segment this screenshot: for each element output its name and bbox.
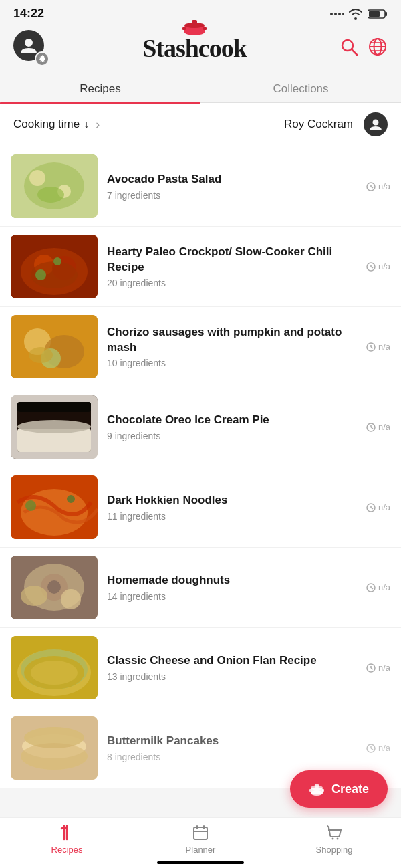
language-button[interactable] — [368, 37, 388, 60]
recipe-thumbnail — [11, 235, 98, 298]
svg-rect-6 — [369, 11, 380, 17]
recipe-item[interactable]: Homemade doughnuts 14 ingredients n/a — [0, 548, 401, 628]
recipe-info: Hearty Paleo Crockpot/ Slow-Cooker Chili… — [107, 245, 357, 289]
svg-point-53 — [17, 420, 91, 433]
tab-recipes[interactable]: Recipes — [0, 74, 200, 102]
doughnuts-thumb — [11, 556, 98, 619]
bottom-nav: Recipes Planner Shopping — [0, 817, 401, 868]
recipe-time: n/a — [366, 663, 390, 673]
svg-point-1 — [334, 13, 337, 15]
svg-point-85 — [21, 743, 88, 770]
dots-icon — [330, 10, 344, 18]
planner-nav-icon — [191, 823, 210, 842]
icecream-thumb — [11, 395, 98, 459]
svg-point-101 — [332, 838, 334, 840]
svg-line-16 — [352, 50, 358, 56]
svg-point-15 — [342, 40, 353, 51]
svg-line-40 — [371, 267, 373, 268]
recipe-item[interactable]: Chorizo sausages with pumpkin and potato… — [0, 307, 401, 387]
create-pot-icon — [309, 781, 325, 797]
recipe-item[interactable]: Classic Cheese and Onion Flan Recipe 13 … — [0, 628, 401, 708]
recipe-ingredients: 20 ingredients — [107, 278, 357, 288]
svg-line-48 — [371, 347, 373, 348]
recipe-thumbnail — [11, 315, 98, 378]
flan-thumb — [11, 636, 98, 699]
recipe-info: Buttermilk Pancakes 8 ingredients — [107, 734, 357, 762]
recipe-thumbnail — [11, 556, 98, 619]
svg-point-22 — [373, 120, 379, 126]
search-icon — [340, 37, 358, 56]
svg-point-7 — [25, 39, 33, 47]
recipe-info: Chocolate Oreo Ice Cream Pie 9 ingredien… — [107, 413, 357, 441]
svg-line-30 — [371, 187, 373, 188]
recipe-item[interactable]: Avocado Pasta Salad 7 ingredients n/a — [0, 146, 401, 227]
recipe-thumbnail — [11, 636, 98, 699]
gear-icon — [38, 55, 47, 64]
recipe-title: Homemade doughnuts — [107, 573, 357, 588]
recipe-thumbnail — [11, 154, 98, 218]
user-filter-label[interactable]: Roy Cockram — [284, 118, 353, 131]
svg-point-77 — [31, 661, 78, 685]
recipe-ingredients: 13 ingredients — [107, 671, 357, 682]
svg-point-27 — [37, 187, 64, 203]
recipe-time: n/a — [366, 502, 390, 512]
svg-rect-93 — [309, 789, 311, 792]
nav-shopping-label: Shopping — [316, 845, 353, 855]
pancakes-thumb — [11, 716, 98, 780]
recipe-time: n/a — [366, 743, 390, 753]
svg-rect-92 — [315, 784, 319, 788]
svg-point-60 — [67, 495, 75, 503]
recipe-time: n/a — [366, 181, 390, 191]
tab-collections[interactable]: Collections — [200, 74, 401, 102]
logo: Stashcook — [49, 33, 340, 63]
recipe-info: Dark Hokkien Noodles 11 ingredients — [107, 493, 357, 522]
svg-line-80 — [371, 668, 373, 669]
clock-icon — [366, 503, 376, 512]
user-filter-avatar[interactable] — [364, 112, 388, 136]
recipe-info: Avocado Pasta Salad 7 ingredients — [107, 172, 357, 201]
recipe-list: Avocado Pasta Salad 7 ingredients n/a — [0, 146, 401, 788]
avocado-pasta-thumb — [11, 154, 98, 218]
recipe-title: Classic Cheese and Onion Flan Recipe — [107, 653, 357, 669]
svg-point-69 — [21, 586, 47, 606]
svg-rect-13 — [182, 27, 186, 30]
nav-planner[interactable]: Planner — [134, 823, 267, 855]
recipe-title: Chocolate Oreo Ice Cream Pie — [107, 413, 357, 428]
nav-recipes[interactable]: Recipes — [0, 823, 134, 855]
svg-point-3 — [342, 13, 344, 15]
svg-rect-12 — [192, 20, 197, 25]
recipe-item[interactable]: Dark Hokkien Noodles 11 ingredients n/a — [0, 467, 401, 548]
svg-rect-97 — [194, 827, 207, 839]
status-icons — [330, 8, 388, 20]
search-button[interactable] — [340, 37, 358, 59]
svg-rect-52 — [17, 402, 91, 412]
recipe-thumbnail — [11, 395, 98, 459]
shopping-nav-icon — [325, 823, 344, 842]
recipe-title: Chorizo sausages with pumpkin and potato… — [107, 325, 357, 356]
svg-point-102 — [337, 838, 339, 840]
recipe-item[interactable]: Chocolate Oreo Ice Cream Pie 9 ingredien… — [0, 387, 401, 467]
recipe-ingredients: 14 ingredients — [107, 591, 357, 602]
chili-thumb — [11, 235, 98, 298]
filter-separator: › — [96, 118, 100, 132]
recipe-time: n/a — [366, 422, 390, 432]
filter-bar: Cooking time ↓ › Roy Cockram — [0, 103, 401, 146]
profile-button[interactable] — [13, 30, 49, 66]
svg-point-25 — [29, 170, 45, 186]
recipe-title: Dark Hokkien Noodles — [107, 493, 357, 508]
status-time: 14:22 — [13, 7, 44, 21]
recipe-title: Buttermilk Pancakes — [107, 734, 357, 749]
create-label: Create — [331, 782, 369, 796]
svg-line-88 — [371, 748, 373, 750]
recipe-item[interactable]: Hearty Paleo Crockpot/ Slow-Cooker Chili… — [0, 227, 401, 307]
create-button[interactable]: Create — [290, 770, 388, 808]
user-avatar-icon — [19, 35, 39, 56]
svg-point-59 — [25, 500, 36, 511]
svg-point-67 — [47, 580, 61, 594]
clock-icon — [366, 744, 376, 753]
header-actions — [340, 37, 388, 60]
cooking-time-label: Cooking time — [13, 118, 80, 131]
nav-shopping[interactable]: Shopping — [267, 823, 401, 855]
recipe-ingredients: 8 ingredients — [107, 752, 357, 762]
sort-down-icon[interactable]: ↓ — [84, 118, 89, 130]
